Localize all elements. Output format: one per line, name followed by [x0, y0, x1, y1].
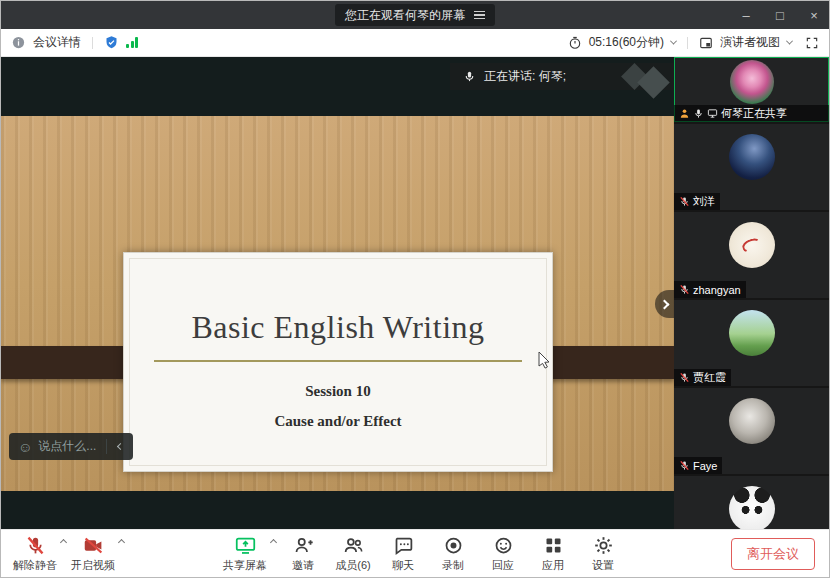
speaking-indicator: 正在讲话: 何琴; [450, 63, 674, 90]
unmute-button[interactable]: 解除静音 [9, 530, 67, 578]
layout-view-icon [699, 36, 713, 50]
unmute-label: 解除静音 [13, 558, 57, 573]
timer-chevron-down-icon[interactable] [670, 38, 677, 45]
chat-button[interactable]: 聊天 [379, 530, 427, 578]
participant-name: 何琴正在共享 [721, 106, 787, 121]
camera-muted-icon [83, 535, 104, 556]
apps-button[interactable]: 应用 [529, 530, 577, 578]
participant-label: Faye [674, 457, 722, 474]
meeting-toolbar: 会议详情 05:16(60分钟) 演讲者视图 [1, 29, 829, 57]
divider [687, 37, 688, 49]
share-screen-label: 共享屏幕 [223, 558, 267, 573]
view-mode-button[interactable]: 演讲者视图 [720, 34, 780, 51]
participant-tile[interactable] [674, 476, 829, 529]
menu-icon[interactable] [474, 11, 485, 20]
participant-tile[interactable]: zhangyan [674, 212, 829, 298]
invite-button[interactable]: 邀请 [279, 530, 327, 578]
share-screen-icon [235, 535, 256, 556]
security-shield-icon[interactable] [104, 35, 119, 50]
mic-muted-icon [679, 284, 690, 295]
control-bar: 解除静音 开启视频 共享屏幕 邀请 成员(6) [1, 529, 829, 577]
participant-tile-sharing[interactable]: 何琴正在共享 [674, 57, 829, 122]
quick-chat-input[interactable]: ☺ 说点什么... [9, 433, 133, 460]
collapse-chat-button[interactable] [107, 433, 133, 460]
timer-icon [568, 36, 582, 50]
share-options-chevron-icon[interactable] [270, 538, 277, 545]
emoji-icon[interactable]: ☺ [18, 440, 32, 454]
share-screen-button[interactable]: 共享屏幕 [219, 530, 277, 578]
main-area: 正在讲话: 何琴; Basic English Writing Session … [1, 57, 829, 529]
start-video-button[interactable]: 开启视频 [67, 530, 125, 578]
lotus-flower-avatar [730, 60, 774, 104]
participant-name: Faye [693, 460, 717, 472]
titlebar: 您正在观看何琴的屏幕 – □ × [1, 1, 829, 29]
screen-share-small-icon [707, 108, 718, 119]
slide-ribbon-right [539, 346, 674, 379]
members-button[interactable]: 成员(6) [329, 530, 377, 578]
close-button[interactable]: × [807, 8, 821, 23]
participant-name: zhangyan [693, 284, 741, 296]
view-chevron-down-icon[interactable] [786, 38, 793, 45]
speaking-indicator-label: 正在讲话: 何琴; [484, 68, 566, 85]
mic-on-icon [693, 108, 704, 119]
apps-grid-icon [543, 535, 564, 556]
participant-name: 贾红霞 [693, 370, 726, 385]
slide-title-card: Basic English Writing Session 10 Cause a… [123, 252, 553, 472]
minimize-button[interactable]: – [739, 8, 753, 23]
participant-label: zhangyan [674, 281, 746, 298]
participant-tile[interactable]: Faye [674, 388, 829, 474]
mic-muted-icon [679, 460, 690, 471]
record-icon [443, 535, 464, 556]
chat-bubble-icon [393, 535, 414, 556]
night-sky-avatar [729, 134, 775, 180]
slide-ribbon-left [1, 346, 137, 379]
settings-gear-icon [593, 535, 614, 556]
reaction-icon [493, 535, 514, 556]
network-signal-icon[interactable] [126, 37, 138, 48]
leave-meeting-button[interactable]: 离开会议 [731, 538, 815, 570]
mic-muted-icon [25, 535, 46, 556]
panda-avatar [729, 486, 775, 529]
slide-title: Basic English Writing [124, 309, 552, 346]
participant-label: 贾红霞 [674, 369, 731, 386]
speaking-mic-icon [463, 70, 476, 83]
fullscreen-button[interactable] [805, 36, 819, 50]
window-controls: – □ × [739, 1, 821, 29]
slide-rule-line [154, 360, 522, 362]
record-button[interactable]: 录制 [429, 530, 477, 578]
video-options-chevron-icon[interactable] [118, 538, 125, 545]
meeting-window: 您正在观看何琴的屏幕 – □ × 会议详情 05:16(60分钟) [0, 0, 830, 578]
invite-label: 邀请 [292, 558, 314, 573]
react-label: 回应 [492, 558, 514, 573]
meeting-timer[interactable]: 05:16(60分钟) [589, 34, 664, 51]
info-icon [11, 35, 26, 50]
participant-name: 刘洋 [693, 194, 715, 209]
cat-avatar [729, 398, 775, 444]
members-icon [343, 535, 364, 556]
react-button[interactable]: 回应 [479, 530, 527, 578]
meadow-avatar [729, 310, 775, 356]
mouse-cursor-icon [538, 351, 551, 369]
participant-label: 刘洋 [674, 193, 720, 210]
participant-label: 何琴正在共享 [674, 105, 829, 122]
watching-banner[interactable]: 您正在观看何琴的屏幕 [335, 4, 495, 26]
invite-person-icon [293, 535, 314, 556]
divider [92, 37, 93, 49]
start-video-label: 开启视频 [71, 558, 115, 573]
meeting-details-button[interactable]: 会议详情 [33, 34, 81, 51]
settings-button[interactable]: 设置 [579, 530, 627, 578]
slide-topic: Cause and/or Effect [124, 413, 552, 430]
slide-session: Session 10 [124, 383, 552, 400]
red-crane-avatar [729, 222, 775, 268]
participant-tile[interactable]: 刘洋 [674, 124, 829, 210]
apps-label: 应用 [542, 558, 564, 573]
unmute-options-chevron-icon[interactable] [60, 538, 67, 545]
watching-banner-label: 您正在观看何琴的屏幕 [345, 7, 465, 24]
participant-tile[interactable]: 贾红霞 [674, 300, 829, 386]
host-badge-icon [679, 108, 690, 119]
mic-muted-icon [679, 372, 690, 383]
maximize-button[interactable]: □ [773, 8, 787, 23]
participants-sidebar: 何琴正在共享 刘洋 zhangyan [674, 57, 829, 529]
record-label: 录制 [442, 558, 464, 573]
chat-label: 聊天 [392, 558, 414, 573]
